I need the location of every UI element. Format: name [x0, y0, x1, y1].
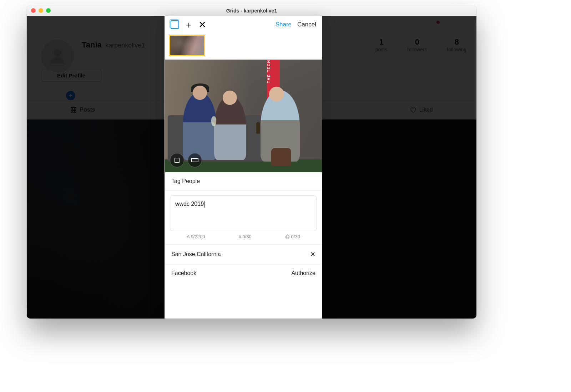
location-row[interactable]: San Jose,California ✕ [165, 245, 322, 264]
aspect-landscape-button[interactable] [188, 153, 202, 167]
caption-text: wwdc 2019 [175, 201, 204, 207]
caption-section: wwdc 2019 A 9/2200 # 0/30 @ 0/30 [165, 190, 322, 245]
tag-people-row[interactable]: Tag People [165, 172, 322, 190]
share-button[interactable]: Share [276, 21, 292, 28]
cancel-button[interactable]: Cancel [297, 21, 316, 28]
photo-banner-text: THE TECH [267, 60, 271, 90]
media-thumbnails [165, 33, 322, 60]
share-facebook-row[interactable]: Facebook Authorize [165, 264, 322, 282]
caption-counters: A 9/2200 # 0/30 @ 0/30 [170, 234, 317, 239]
share-target-label: Facebook [171, 270, 196, 276]
aspect-square-button[interactable] [170, 153, 184, 167]
traffic-lights [31, 8, 51, 13]
authorize-button[interactable]: Authorize [291, 270, 315, 276]
tag-people-label: Tag People [171, 178, 200, 184]
media-preview[interactable]: THE TECH [165, 60, 322, 172]
window-close-button[interactable] [31, 8, 36, 13]
window-title: Grids - karpenkolive1 [226, 8, 277, 14]
clear-location-icon[interactable]: ✕ [310, 250, 315, 258]
composer-toolbar: ＋ ✕ Share Cancel [165, 16, 322, 33]
app-window: Grids - karpenkolive1 [27, 5, 476, 319]
remove-media-icon[interactable]: ✕ [198, 20, 206, 29]
text-cursor [204, 201, 204, 208]
aspect-ratio-controls [170, 153, 202, 167]
window-minimize-button[interactable] [39, 8, 43, 13]
add-media-icon[interactable]: ＋ [184, 20, 193, 29]
location-value: San Jose,California [171, 251, 221, 258]
char-counter: A 9/2200 [187, 234, 205, 239]
post-composer-modal: ＋ ✕ Share Cancel THE TECH [165, 16, 322, 319]
window-titlebar: Grids - karpenkolive1 [27, 5, 476, 16]
window-zoom-button[interactable] [46, 8, 51, 13]
hashtag-counter: # 0/30 [239, 234, 252, 239]
carousel-icon[interactable] [171, 20, 179, 29]
caption-input[interactable]: wwdc 2019 [170, 195, 317, 231]
mention-counter: @ 0/30 [285, 234, 300, 239]
media-thumbnail-selected[interactable] [169, 35, 205, 56]
